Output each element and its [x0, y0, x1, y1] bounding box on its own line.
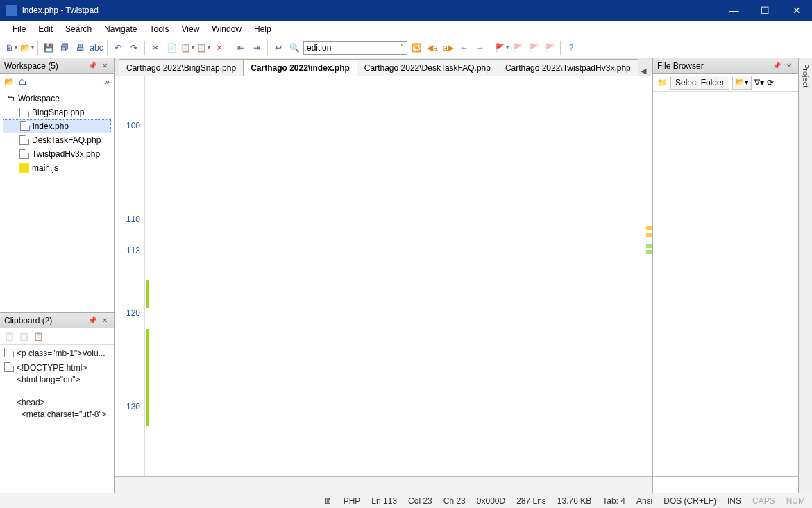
clipboard-list[interactable]: <p class="mb-1">Volu...<!DOCTYPE html> <…	[0, 345, 114, 493]
close-panel-icon[interactable]: ✕	[784, 61, 794, 71]
file-browser-column: File Browser 📌 ✕ 📁 Select Folder 📂▾ ∇▾ ⟳	[652, 58, 798, 493]
menubar: FileEditSearchNavigateToolsViewWindowHel…	[0, 21, 812, 37]
find-button[interactable]: 🔍	[287, 41, 301, 55]
outdent-button[interactable]: ⇤	[234, 41, 248, 55]
redo-button[interactable]: ↷	[127, 41, 141, 55]
file-browser-header: File Browser 📌 ✕	[653, 58, 798, 74]
ws-new-folder-icon[interactable]: 🗀	[19, 77, 27, 87]
status-caps: CAPS	[752, 496, 775, 506]
open-file-button[interactable]: 📂	[20, 41, 34, 55]
clipboard-panel-header: Clipboard (2) 📌 ✕	[0, 313, 114, 328]
file-browser-title: File Browser	[657, 61, 769, 71]
delete-button[interactable]: ✕	[212, 41, 226, 55]
workspace-item[interactable]: index.php	[3, 119, 111, 133]
bookmark-button[interactable]: 🚩	[495, 41, 509, 55]
menu-navigate[interactable]: Navigate	[99, 23, 142, 35]
workspace-tree[interactable]: 🗀WorkspaceBingSnap.phpindex.phpDeskTaskF…	[0, 90, 114, 312]
search-input[interactable]: edition	[303, 41, 407, 55]
paste-button[interactable]: 📋	[180, 41, 194, 55]
menu-file[interactable]: File	[7, 23, 31, 35]
cut-button[interactable]: ✂	[149, 41, 162, 55]
folder-icon: 📁	[657, 78, 668, 87]
project-tab-label[interactable]: Project	[802, 58, 810, 87]
workspace-item[interactable]: main.js	[3, 161, 111, 175]
clipboard-item[interactable]: <p class="mb-1">Volu...	[4, 348, 110, 359]
paste-special-icon[interactable]: 📋	[19, 332, 29, 341]
indent-button[interactable]: ⇥	[250, 41, 264, 55]
save-all-button[interactable]: 🗐	[58, 41, 71, 55]
clipboard-item[interactable]: <!DOCTYPE html> <html lang="en"> <head> …	[4, 362, 110, 421]
save-button[interactable]: 💾	[42, 41, 56, 55]
minimize-button[interactable]: —	[718, 0, 750, 21]
editor-tab[interactable]: Carthago 2022\DeskTaskFAQ.php	[357, 59, 498, 76]
clear-clipboard-icon[interactable]: 📋	[33, 332, 44, 341]
menu-window[interactable]: Window	[206, 23, 247, 35]
close-panel-icon[interactable]: ✕	[100, 61, 110, 71]
ws-open-folder-icon[interactable]: 📂	[4, 77, 15, 87]
tab-nav-icon[interactable]: ◀	[638, 67, 649, 76]
code-area[interactable]	[149, 76, 643, 476]
workspace-item[interactable]: TwistpadHv3x.php	[3, 147, 111, 161]
line-number-gutter: 100 110 113 120 130	[115, 76, 145, 476]
app-icon	[6, 5, 17, 16]
search-value: edition	[307, 43, 331, 53]
bottom-tabs	[115, 476, 652, 493]
clipboard-panel: Clipboard (2) 📌 ✕ 📋 📋 📋 <p class="mb-1">…	[0, 312, 114, 493]
goto-prev-button[interactable]: ←	[457, 41, 471, 55]
editor-tabs: Carthago 2022\BingSnap.phpCarthago 2022\…	[115, 58, 652, 76]
status-line: Ln 113	[371, 496, 397, 506]
menu-view[interactable]: View	[176, 23, 205, 35]
pin-icon[interactable]: 📌	[87, 61, 97, 71]
maximize-button[interactable]: ☐	[750, 0, 781, 21]
select-folder-button[interactable]: Select Folder	[670, 76, 729, 90]
collapsed-panel-rail[interactable]: Project	[798, 58, 812, 493]
titlebar: index.php - Twistpad — ☐ ✕	[0, 0, 812, 21]
filter-icon[interactable]: ∇▾	[754, 78, 764, 87]
workspace-title: Workspace (5)	[4, 61, 85, 71]
help-button[interactable]: ?	[564, 41, 578, 55]
spellcheck-button[interactable]: abc	[90, 41, 103, 55]
pin-icon[interactable]: 📌	[87, 316, 97, 325]
code-editor[interactable]: 100 110 113 120 130	[115, 76, 652, 476]
overview-ruler[interactable]	[643, 76, 652, 476]
editor-tab[interactable]: Carthago 2022\index.php	[243, 59, 357, 76]
find-replace-button[interactable]: 🔁	[409, 41, 423, 55]
close-button[interactable]: ✕	[781, 0, 812, 21]
menu-search[interactable]: Search	[60, 23, 97, 35]
undo-button[interactable]: ↶	[111, 41, 125, 55]
left-column: Workspace (5) 📌 ✕ 📂 🗀 » 🗀WorkspaceBingSn…	[0, 58, 115, 493]
status-eol: DOS (CR+LF)	[663, 496, 716, 506]
file-browser-bottom-tabs	[653, 476, 798, 493]
file-browser-list[interactable]	[653, 92, 798, 476]
clipboard-history-button[interactable]: 📋	[196, 41, 210, 55]
status-ins: INS	[727, 496, 741, 506]
workspace-item[interactable]: BingSnap.php	[3, 105, 111, 119]
copy-button[interactable]: 📄	[164, 41, 178, 55]
new-file-button[interactable]: 🗎	[4, 41, 18, 55]
find-prev-button[interactable]: ◀a	[425, 41, 439, 55]
editor-tab[interactable]: Carthago 2022\TwistpadHv3x.php	[498, 59, 638, 76]
menu-edit[interactable]: Edit	[33, 23, 58, 35]
menu-tools[interactable]: Tools	[144, 23, 174, 35]
editor-column: Carthago 2022\BingSnap.phpCarthago 2022\…	[115, 58, 652, 493]
print-button[interactable]: 🖶	[74, 41, 87, 55]
close-panel-icon[interactable]: ✕	[100, 316, 110, 325]
bookmark-next-button[interactable]: 🚩	[527, 41, 541, 55]
editor-tab[interactable]: Carthago 2022\BingSnap.php	[119, 59, 244, 76]
pin-icon[interactable]: 📌	[772, 61, 781, 71]
folder-options-button[interactable]: 📂▾	[732, 76, 752, 90]
workspace-root[interactable]: 🗀Workspace	[3, 92, 111, 105]
workspace-toolbar: 📂 🗀 »	[0, 74, 114, 90]
bookmark-clear-button[interactable]: 🚩	[543, 41, 557, 55]
refresh-icon[interactable]: ⟳	[767, 78, 774, 87]
goto-next-button[interactable]: →	[473, 41, 487, 55]
workspace-item[interactable]: DeskTaskFAQ.php	[3, 133, 111, 147]
bookmark-prev-button[interactable]: 🚩	[511, 41, 525, 55]
wordwrap-button[interactable]: ↩	[271, 41, 285, 55]
ws-more-icon[interactable]: »	[105, 77, 110, 87]
paste-icon[interactable]: 📋	[4, 332, 15, 341]
menu-help[interactable]: Help	[248, 23, 277, 35]
workspace-panel-header: Workspace (5) 📌 ✕	[0, 58, 114, 74]
find-next-button[interactable]: a▶	[441, 41, 455, 55]
status-hex: 0x000D	[477, 496, 505, 506]
